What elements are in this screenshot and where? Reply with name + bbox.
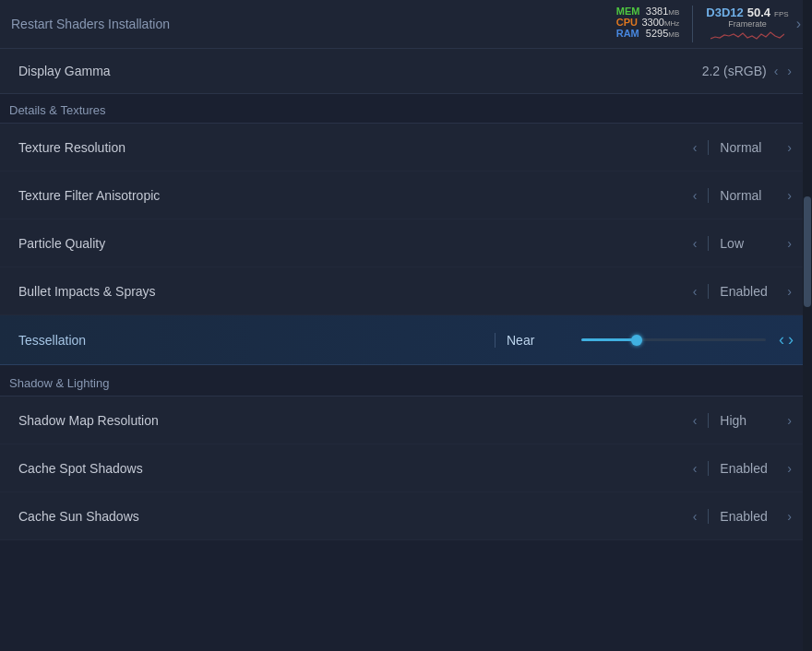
display-gamma-value-group: 2.2 (sRGB) ‹ ›: [702, 64, 794, 78]
texture-resolution-value: Normal: [708, 140, 782, 155]
texture-filter-value: Normal: [708, 188, 782, 203]
display-gamma-row: Display Gamma 2.2 (sRGB) ‹ ›: [0, 49, 812, 94]
bullet-impacts-label: Bullet Impacts & Sprays: [18, 284, 156, 299]
ram-value: 5295MB: [641, 28, 679, 39]
shadow-map-resolution-value: High: [708, 413, 782, 428]
shadow-lighting-section-header: Shadow & Lighting: [0, 367, 812, 397]
cache-sun-shadows-value: Enabled: [708, 509, 782, 524]
display-gamma-left-arrow[interactable]: ‹: [772, 64, 781, 78]
framerate-label: Framerate: [728, 19, 767, 29]
particle-quality-right[interactable]: ›: [785, 236, 794, 251]
display-gamma-right-arrow[interactable]: ›: [785, 64, 794, 78]
d3d-fps-block: D3D12 50.4 FPS Framerate: [706, 6, 788, 42]
shadow-map-resolution-left[interactable]: ‹: [691, 413, 699, 428]
perf-divider: [692, 6, 693, 42]
mem-value: 3381MB: [641, 6, 679, 17]
shadow-map-resolution-right[interactable]: ›: [785, 413, 794, 428]
cache-sun-shadows-row[interactable]: Cache Sun Shadows ‹ Enabled ›: [0, 492, 812, 540]
texture-resolution-row[interactable]: Texture Resolution ‹ Normal ›: [0, 124, 812, 172]
shadow-map-resolution-label: Shadow Map Resolution: [18, 413, 159, 428]
tessellation-left-arrow[interactable]: ‹: [779, 330, 784, 349]
cache-sun-shadows-controls: ‹ Enabled ›: [480, 509, 794, 524]
texture-resolution-right[interactable]: ›: [785, 140, 794, 155]
particle-quality-value: Low: [708, 236, 782, 251]
tessellation-slider-fill: [581, 338, 637, 341]
cpu-value: 3300MHz: [641, 17, 679, 28]
perf-expand-arrow[interactable]: ›: [796, 16, 801, 32]
bullet-impacts-row[interactable]: Bullet Impacts & Sprays ‹ Enabled ›: [0, 267, 812, 315]
fps-unit: FPS: [774, 10, 789, 18]
cache-spot-shadows-row[interactable]: Cache Spot Shadows ‹ Enabled ›: [0, 444, 812, 492]
display-gamma-value: 2.2 (sRGB): [702, 64, 767, 78]
cpu-label: CPU: [616, 17, 640, 28]
particle-quality-controls: ‹ Low ›: [480, 236, 794, 251]
d3d-label: D3D12: [706, 6, 743, 19]
cache-sun-shadows-label: Cache Sun Shadows: [18, 509, 139, 524]
tessellation-row[interactable]: Tessellation Near ‹ ›: [0, 315, 812, 365]
cache-spot-shadows-label: Cache Spot Shadows: [18, 461, 143, 476]
perf-stats: MEM 3381MB CPU 3300MHz RAM 5295MB: [616, 6, 680, 39]
display-gamma-label: Display Gamma: [18, 64, 111, 78]
shadow-map-resolution-row[interactable]: Shadow Map Resolution ‹ High ›: [0, 397, 812, 444]
texture-filter-controls: ‹ Normal ›: [480, 188, 794, 203]
restart-shaders-label[interactable]: Restart Shaders Installation: [11, 17, 170, 31]
details-textures-section-header: Details & Textures: [0, 94, 812, 124]
cache-spot-shadows-value: Enabled: [708, 461, 782, 476]
scrollbar-thumb[interactable]: [804, 196, 811, 307]
texture-filter-right[interactable]: ›: [785, 188, 794, 203]
cache-sun-shadows-left[interactable]: ‹: [691, 509, 699, 524]
particle-quality-row[interactable]: Particle Quality ‹ Low ›: [0, 219, 812, 267]
ram-label: RAM: [616, 28, 640, 39]
tessellation-slider-thumb[interactable]: [631, 335, 642, 346]
tessellation-slider-track[interactable]: [581, 338, 766, 341]
shadow-lighting-list: Shadow Map Resolution ‹ High › Cache Spo…: [0, 397, 812, 540]
sparkline-chart: [710, 30, 784, 42]
cache-spot-shadows-controls: ‹ Enabled ›: [480, 461, 794, 476]
bullet-impacts-value: Enabled: [708, 284, 782, 299]
particle-quality-left[interactable]: ‹: [691, 236, 699, 251]
details-textures-list: Texture Resolution ‹ Normal › Texture Fi…: [0, 124, 812, 365]
cache-spot-shadows-left[interactable]: ‹: [691, 461, 699, 476]
shadow-map-resolution-controls: ‹ High ›: [480, 413, 794, 428]
mem-label: MEM: [616, 6, 640, 17]
texture-resolution-label: Texture Resolution: [18, 140, 125, 155]
cache-spot-shadows-right[interactable]: ›: [785, 461, 794, 476]
texture-resolution-left[interactable]: ‹: [691, 140, 699, 155]
texture-filter-row[interactable]: Texture Filter Anisotropic ‹ Normal ›: [0, 172, 812, 219]
scrollbar[interactable]: [803, 0, 812, 651]
cache-sun-shadows-right[interactable]: ›: [785, 509, 794, 524]
texture-resolution-controls: ‹ Normal ›: [480, 140, 794, 155]
tessellation-label: Tessellation: [18, 333, 86, 348]
texture-filter-left[interactable]: ‹: [691, 188, 699, 203]
tessellation-right-arrow[interactable]: ›: [788, 330, 794, 349]
bullet-impacts-controls: ‹ Enabled ›: [480, 284, 794, 299]
fps-value: 50.4: [747, 6, 770, 19]
particle-quality-label: Particle Quality: [18, 236, 105, 251]
bullet-impacts-right[interactable]: ›: [785, 284, 794, 299]
top-bar: Restart Shaders Installation MEM 3381MB …: [0, 0, 812, 49]
texture-filter-label: Texture Filter Anisotropic: [18, 188, 160, 203]
tessellation-value: Near: [495, 333, 568, 348]
tessellation-controls: Near ‹ ›: [480, 330, 794, 349]
tessellation-slider-container: [572, 338, 775, 341]
bullet-impacts-left[interactable]: ‹: [691, 284, 699, 299]
